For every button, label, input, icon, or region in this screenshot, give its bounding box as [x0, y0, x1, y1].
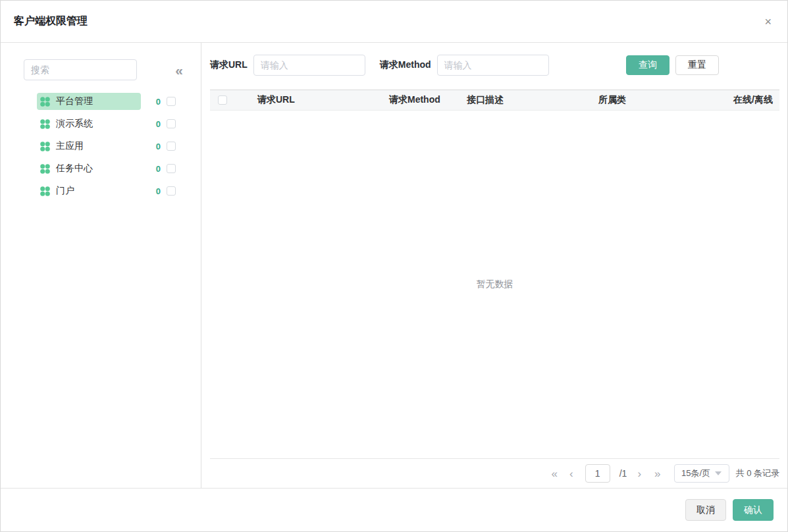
total-pages-label: /1	[619, 468, 627, 479]
total-records-label: 共 0 条记录	[736, 467, 779, 479]
first-page-icon[interactable]: «	[545, 468, 563, 479]
current-page-input[interactable]: 1	[585, 464, 610, 483]
permission-count-badge: 0	[156, 119, 161, 129]
permission-count-badge: 0	[156, 97, 161, 107]
tree-item-platform-management[interactable]: 平台管理 0	[1, 90, 201, 113]
tree-item-checkbox[interactable]	[167, 186, 176, 196]
tree-item-label: 演示系统	[56, 118, 93, 130]
tree-item-demo-system[interactable]: 演示系统 0	[1, 113, 201, 135]
request-url-label: 请求URL	[210, 59, 248, 71]
close-icon[interactable]: ×	[764, 16, 772, 28]
filter-bar: 请求URL 请求Method 查询 重置	[210, 55, 779, 76]
col-owner-class: 所属类	[591, 94, 725, 106]
tree-node[interactable]: 主应用	[37, 138, 141, 155]
select-all-checkbox[interactable]	[218, 95, 227, 105]
tree-item-task-center[interactable]: 任务中心 0	[1, 157, 201, 180]
table-header-row: 请求URL 请求Method 接口描述 所属类 在线/离线	[210, 90, 779, 111]
permission-count-badge: 0	[156, 164, 161, 174]
tree-item-label: 门户	[56, 185, 74, 197]
query-button[interactable]: 查询	[626, 55, 670, 75]
col-online-offline: 在线/离线	[725, 94, 779, 106]
chevron-down-icon	[715, 471, 722, 475]
modal-body: « 平台管理 0 演示系统 0	[1, 43, 787, 488]
select-all-cell	[210, 95, 250, 105]
client-tree-sidebar: « 平台管理 0 演示系统 0	[1, 43, 201, 488]
last-page-icon[interactable]: »	[648, 468, 666, 479]
tree-item-label: 平台管理	[56, 95, 93, 107]
reset-button[interactable]: 重置	[675, 55, 719, 75]
request-method-label: 请求Method	[380, 59, 431, 71]
tree-item-checkbox[interactable]	[167, 97, 176, 106]
client-permission-modal: 客户端权限管理 × « 平台管理 0	[0, 0, 788, 532]
app-clover-icon	[40, 97, 50, 107]
tree-item-label: 主应用	[56, 140, 84, 152]
next-page-icon[interactable]: ›	[631, 468, 648, 479]
tree-item-checkbox[interactable]	[167, 164, 176, 173]
tree-item-checkbox[interactable]	[167, 142, 176, 151]
cancel-button[interactable]: 取消	[685, 499, 726, 521]
tree-node[interactable]: 演示系统	[37, 115, 141, 132]
tree-item-checkbox[interactable]	[167, 119, 176, 128]
tree-node[interactable]: 任务中心	[37, 160, 141, 177]
app-clover-icon	[40, 119, 50, 129]
permission-table: 请求URL 请求Method 接口描述 所属类 在线/离线 暂无数据 « ‹ 1…	[210, 90, 779, 488]
collapse-sidebar-icon[interactable]: «	[175, 63, 182, 77]
permission-count-badge: 0	[156, 186, 161, 196]
modal-header: 客户端权限管理 ×	[1, 1, 787, 43]
confirm-button[interactable]: 确认	[733, 499, 774, 521]
page-size-value: 15条/页	[681, 467, 710, 479]
tree-item-main-app[interactable]: 主应用 0	[1, 135, 201, 157]
request-method-input[interactable]	[437, 55, 549, 76]
client-tree: 平台管理 0 演示系统 0 主应用	[1, 90, 201, 202]
app-clover-icon	[40, 164, 50, 174]
prev-page-icon[interactable]: ‹	[563, 468, 580, 479]
col-request-method: 请求Method	[381, 94, 459, 106]
tree-node[interactable]: 门户	[37, 182, 141, 200]
page-size-select[interactable]: 15条/页	[674, 464, 729, 483]
permission-count-badge: 0	[156, 142, 161, 151]
filter-buttons: 查询 重置	[626, 55, 719, 75]
pagination: « ‹ 1 /1 › » 15条/页 共 0 条记录	[210, 459, 779, 488]
sidebar-search-row: «	[1, 59, 201, 80]
col-request-url: 请求URL	[250, 94, 381, 106]
app-clover-icon	[40, 186, 50, 196]
main-panel: 请求URL 请求Method 查询 重置 请求URL 请求Method 接口	[201, 43, 787, 488]
tree-node[interactable]: 平台管理	[37, 93, 141, 110]
tree-item-portal[interactable]: 门户 0	[1, 180, 201, 202]
tree-item-label: 任务中心	[56, 163, 93, 174]
modal-title: 客户端权限管理	[14, 14, 88, 28]
app-clover-icon	[40, 142, 50, 151]
request-url-input[interactable]	[253, 55, 365, 76]
tree-search-input[interactable]	[24, 59, 137, 80]
empty-text: 暂无数据	[477, 279, 513, 290]
table-empty-state: 暂无数据	[210, 111, 779, 459]
modal-footer: 取消 确认	[1, 488, 787, 531]
col-api-description: 接口描述	[459, 94, 591, 106]
